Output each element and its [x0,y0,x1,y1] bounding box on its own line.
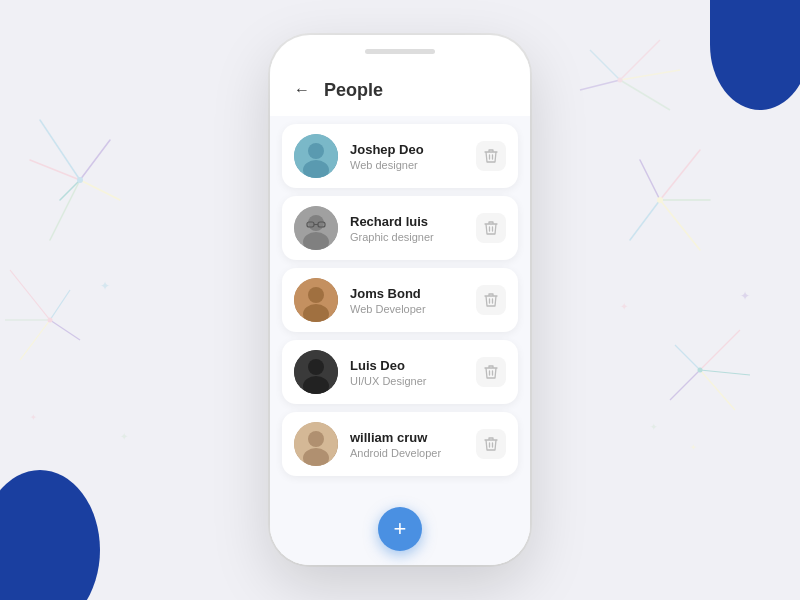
avatar-3 [294,278,338,322]
svg-point-37 [618,78,623,83]
avatar-5 [294,422,338,466]
add-person-button[interactable]: + [378,507,422,551]
person-name-3: Joms Bond [350,286,476,301]
svg-line-33 [620,70,680,80]
svg-line-7 [10,270,50,320]
svg-line-10 [50,320,80,340]
fab-wrapper: + [270,497,530,565]
person-role-3: Web Developer [350,303,476,315]
svg-text:✦: ✦ [120,431,128,442]
svg-line-16 [660,150,700,200]
svg-line-1 [30,160,80,180]
svg-line-20 [640,160,660,200]
delete-button-1[interactable] [476,141,506,171]
person-info-1: Joshep Deo Web designer [350,142,476,171]
person-role-4: UI/UX Designer [350,375,476,387]
person-card-5: william cruw Android Developer [282,412,518,476]
person-card-4: Luis Deo UI/UX Designer [282,340,518,404]
person-role-5: Android Developer [350,447,476,459]
svg-text:✦: ✦ [740,289,750,303]
svg-text:✦: ✦ [100,279,110,293]
svg-point-54 [308,431,324,447]
delete-button-4[interactable] [476,357,506,387]
avatar-4 [294,350,338,394]
delete-button-2[interactable] [476,213,506,243]
svg-line-19 [630,200,660,240]
bg-blob-left [0,470,100,600]
person-info-2: Rechard luis Graphic designer [350,214,476,243]
svg-line-0 [40,120,80,180]
svg-line-4 [80,140,110,180]
person-info-4: Luis Deo UI/UX Designer [350,358,476,387]
back-button[interactable]: ← [288,76,316,104]
svg-point-51 [308,359,324,375]
svg-line-36 [580,80,620,90]
page-title: People [324,80,383,101]
person-name-5: william cruw [350,430,476,445]
svg-point-6 [77,177,83,183]
svg-line-24 [700,370,735,410]
person-info-5: william cruw Android Developer [350,430,476,459]
svg-text:✦: ✦ [620,301,628,312]
person-name-2: Rechard luis [350,214,476,229]
phone-content: ← People Joshep Deo Web designer [270,60,530,565]
svg-line-18 [660,200,700,250]
svg-point-21 [657,197,663,203]
svg-line-23 [700,370,750,375]
svg-line-26 [675,345,700,370]
svg-line-35 [590,50,620,80]
person-card-3: Joms Bond Web Developer [282,268,518,332]
svg-line-5 [60,180,80,200]
phone-notch [365,49,435,54]
svg-line-2 [50,180,80,240]
svg-text:✦: ✦ [690,443,697,452]
avatar-2 [294,206,338,250]
svg-point-48 [308,287,324,303]
person-card-1: Joshep Deo Web designer [282,124,518,188]
svg-point-27 [698,368,703,373]
svg-point-12 [48,318,53,323]
svg-line-32 [620,40,660,80]
person-name-4: Luis Deo [350,358,476,373]
svg-line-22 [700,330,740,370]
people-list: Joshep Deo Web designer [270,116,530,497]
phone-notch-area [270,35,530,60]
person-info-3: Joms Bond Web Developer [350,286,476,315]
svg-line-3 [80,180,120,200]
svg-line-34 [620,80,670,110]
avatar-1 [294,134,338,178]
person-name-1: Joshep Deo [350,142,476,157]
phone-frame: ← People Joshep Deo Web designer [270,35,530,565]
svg-line-9 [20,320,50,360]
header: ← People [270,60,530,116]
svg-line-25 [670,370,700,400]
svg-point-42 [308,215,324,231]
person-role-1: Web designer [350,159,476,171]
svg-text:✦: ✦ [650,422,658,432]
svg-line-11 [50,290,70,320]
svg-point-39 [308,143,324,159]
delete-button-3[interactable] [476,285,506,315]
svg-text:✦: ✦ [30,413,37,422]
person-card-2: Rechard luis Graphic designer [282,196,518,260]
bg-blob-right [710,0,800,110]
delete-button-5[interactable] [476,429,506,459]
person-role-2: Graphic designer [350,231,476,243]
